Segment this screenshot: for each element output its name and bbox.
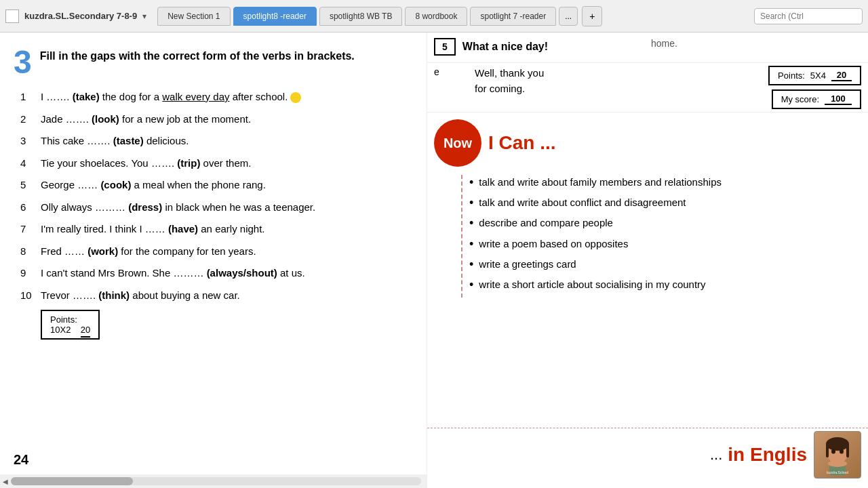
question-row: 5 What a nice day! <box>434 38 644 56</box>
now-circle: Now <box>434 119 481 167</box>
search-input[interactable] <box>754 8 863 24</box>
svg-rect-3 <box>846 444 849 458</box>
scroll-left-icon[interactable]: ◀ <box>3 478 8 485</box>
points-label-left: Points: <box>50 314 77 325</box>
exercise-item-10: 10 Trevor ……. (think) about buying a new… <box>20 288 413 304</box>
titlebar: kuzdra.SL.Secondary 7-8-9 ▾ New Section … <box>0 0 868 33</box>
now-item-2: talk and write about conflict and disagr… <box>469 195 722 211</box>
exercise-instruction: Fill in the gaps with the correct form o… <box>40 46 355 64</box>
now-item-6: write a short article about socialising … <box>469 277 722 293</box>
score-section: Points: 5X4 20 My score: 100 <box>768 66 861 109</box>
exercise-item-7: 7 I'm really tired. I think I …… (have) … <box>20 222 413 237</box>
add-tab-button[interactable]: + <box>582 6 602 26</box>
avatar-face-svg: kuzdra.School <box>817 434 858 475</box>
now-item-1: talk and write about family members and … <box>469 175 722 191</box>
dialog-text: What a nice day! <box>462 41 548 53</box>
score1-value: 20 <box>831 70 852 81</box>
more-tabs-button[interactable]: ... <box>559 7 578 26</box>
svg-point-4 <box>831 449 835 454</box>
tab-8wordbook[interactable]: 8 wordbook <box>405 7 467 26</box>
score2-label: My score: <box>781 94 819 104</box>
dialog-response: Well, thank youfor coming. <box>475 66 544 109</box>
tab-spotlight8-reader[interactable]: spotlight8 -reader <box>233 7 317 26</box>
dialog-section: 5 What a nice day! home. <box>427 33 868 63</box>
item-number-8: 8 <box>20 244 41 260</box>
page-number: 24 <box>14 452 28 468</box>
dialog-left: 5 What a nice day! <box>434 38 644 60</box>
left-panel: 3 Fill in the gaps with the correct form… <box>0 33 427 488</box>
top-right-home: home. <box>651 38 861 60</box>
exercise-item-6: 6 Olly always ……… (dress) in black when … <box>20 200 413 216</box>
avatar-thumb: kuzdra.School <box>814 431 861 479</box>
tab-new-section[interactable]: New Section 1 <box>157 7 230 26</box>
exercise-item-9: 9 I can't stand Mrs Brown. She ……… (alwa… <box>20 266 413 281</box>
item-number-4: 4 <box>20 156 41 171</box>
item-text-1: I ……. (take) the dog for a walk every da… <box>41 89 413 105</box>
svg-text:kuzdra.School: kuzdra.School <box>827 470 848 474</box>
now-content: talk and write about family members and … <box>434 175 861 298</box>
score-box-2: My score: 100 <box>772 89 861 109</box>
scroll-thumb[interactable] <box>11 477 133 485</box>
item-text-4: Tie your shoelaces. You ……. (trip) over … <box>41 156 413 171</box>
item-text-6: Olly always ……… (dress) in black when he… <box>41 200 413 216</box>
content: 3 Fill in the gaps with the correct form… <box>0 33 868 488</box>
exercise-number: 3 <box>14 46 32 79</box>
response-section: e Well, thank youfor coming. Points: 5X4… <box>427 63 868 113</box>
now-item-4: write a poem based on opposites <box>469 237 722 253</box>
svg-point-1 <box>826 437 849 451</box>
score2-value: 100 <box>825 94 852 105</box>
points-value-left: 20 <box>81 325 90 338</box>
item-number-5: 5 <box>20 178 41 193</box>
item-text-7: I'm really tired. I think I …… (have) an… <box>41 222 413 237</box>
right-panel: 5 What a nice day! home. e Well, thank y… <box>427 33 868 488</box>
exercise-item-2: 2 Jade ……. (look) for a new job at the m… <box>20 112 413 127</box>
window-icon <box>5 9 19 23</box>
item-text-2: Jade ……. (look) for a new job at the mom… <box>41 112 413 127</box>
dialog-e: e <box>434 66 439 77</box>
exercise-item-3: 3 This cake ……. (taste) delicious. <box>20 134 413 149</box>
item-text-9: I can't stand Mrs Brown. She ……… (always… <box>41 266 413 281</box>
svg-point-5 <box>840 449 844 454</box>
in-english-dots: ... <box>710 446 722 464</box>
tab-spotlight8-wb[interactable]: spotlight8 WB TB <box>319 7 402 26</box>
now-item-3: describe and compare people <box>469 216 722 232</box>
item-number-9: 9 <box>20 266 41 281</box>
in-english-text: in Englis <box>728 444 807 466</box>
in-english-section: ... in Englis <box>427 428 868 481</box>
scroll-track[interactable] <box>11 477 421 485</box>
now-i-can-text: I Can ... <box>488 132 556 154</box>
score1-label: Points: <box>778 70 805 81</box>
points-box-left: Points: 10X2 20 <box>41 310 413 340</box>
now-i-can-section: Now I Can ... talk and write about famil… <box>427 113 868 428</box>
tab-spotlight7-reader[interactable]: spotlight 7 -reader <box>470 7 556 26</box>
item-text-8: Fred …… (work) for the company for ten y… <box>41 244 413 260</box>
item-text-3: This cake ……. (taste) delicious. <box>41 134 413 149</box>
exercise-item-8: 8 Fred …… (work) for the company for ten… <box>20 244 413 260</box>
question-5-box: 5 <box>434 38 456 56</box>
exercise-item-1: 1 I ……. (take) the dog for a walk every … <box>20 89 413 105</box>
exercise-item-5: 5 George …… (cook) a meal when the phone… <box>20 178 413 193</box>
svg-point-7 <box>828 460 847 467</box>
now-i-can-header: Now I Can ... <box>434 119 861 167</box>
vertical-divider <box>461 175 462 298</box>
dropdown-button[interactable]: ▾ <box>142 12 146 21</box>
bottom-scrollbar: ◀ <box>0 474 427 488</box>
item-text-10: Trevor ……. (think) about buying a new ca… <box>41 288 413 304</box>
now-item-5: write a greetings card <box>469 257 722 273</box>
app-title: kuzdra.SL.Secondary 7-8-9 <box>24 11 137 21</box>
item-number-6: 6 <box>20 200 41 216</box>
points-formula-left: 10X2 <box>50 325 71 335</box>
score-box-1: Points: 5X4 20 <box>768 66 861 85</box>
now-list: talk and write about family members and … <box>469 175 722 298</box>
item-number-2: 2 <box>20 112 41 127</box>
exercise-header: 3 Fill in the gaps with the correct form… <box>14 46 413 79</box>
item-number-10: 10 <box>20 288 41 304</box>
score1-formula: 5X4 <box>810 70 826 81</box>
svg-rect-2 <box>826 444 829 458</box>
item-number-1: 1 <box>20 89 41 105</box>
yellow-dot <box>290 92 301 103</box>
exercise-item-4: 4 Tie your shoelaces. You ……. (trip) ove… <box>20 156 413 171</box>
exercise-list: 1 I ……. (take) the dog for a walk every … <box>14 89 413 303</box>
dialog-e-spacer: e <box>434 66 468 109</box>
item-number-7: 7 <box>20 222 41 237</box>
